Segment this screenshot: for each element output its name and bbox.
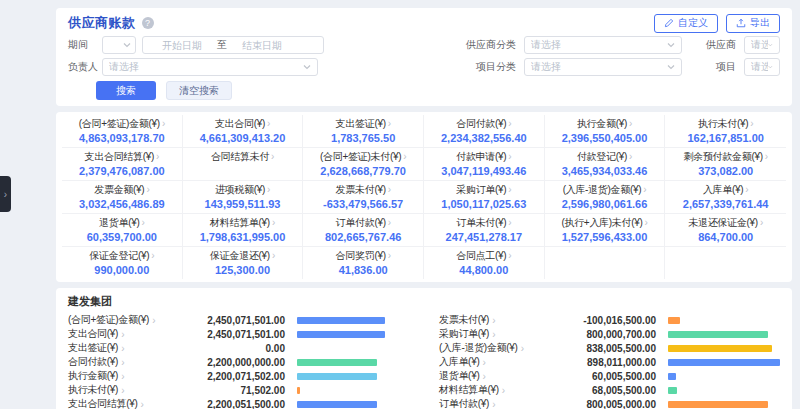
metric-bar	[668, 345, 780, 352]
title-group: 供应商账款 ?	[68, 14, 154, 32]
stat-card[interactable]: 付款登记(¥)›3,465,934,033.46	[545, 148, 666, 181]
stat-card[interactable]: (入库-退货)金额(¥)›2,596,980,061.66	[545, 181, 666, 214]
clear-search-button[interactable]: 清空搜索	[166, 81, 232, 100]
metric-bar	[668, 317, 780, 324]
stat-card[interactable]: 执行未付(¥)›162,167,851.00	[665, 115, 786, 148]
metric-row[interactable]: 材料结算单(¥)›68,005,500.00	[439, 383, 780, 397]
supplier-category-select[interactable]: 请选择	[524, 36, 682, 54]
stat-label: (入库-退货)金额(¥)›	[547, 183, 663, 197]
stat-value: 3,047,119,493.46	[426, 165, 542, 177]
stat-card[interactable]: 支出合同(¥)›4,661,309,413.20	[183, 115, 304, 148]
stat-card[interactable]: 付款申请(¥)›3,047,119,493.46	[424, 148, 545, 181]
bar-fill	[668, 331, 768, 338]
metric-row[interactable]: 退货单(¥)›60,005,500.00	[439, 369, 780, 383]
stat-card[interactable]: 订单未付(¥)›247,451,278.17	[424, 214, 545, 247]
stat-card[interactable]: (合同+签证)未付(¥)›2,628,668,779.70	[303, 148, 424, 181]
help-icon[interactable]: ?	[142, 17, 154, 29]
export-label: 导出	[750, 16, 770, 30]
stat-card[interactable]: 执行金额(¥)›2,396,550,405.00	[545, 115, 666, 148]
metric-row[interactable]: 订单付款(¥)›800,005,000.00	[439, 397, 780, 409]
metric-value: 800,000,700.00	[556, 329, 656, 340]
export-button[interactable]: 导出	[726, 14, 780, 33]
bar-fill	[668, 359, 780, 366]
date-range-input[interactable]: 至	[142, 36, 324, 54]
chevron-right-icon: ›	[162, 118, 165, 129]
group-right-column: 发票未付(¥)›-100,016,500.00采购订单(¥)›800,000,7…	[439, 313, 780, 409]
stat-card[interactable]: 保证金退还(¥)›125,300.00	[183, 247, 304, 279]
stat-card[interactable]: 材料结算单(¥)›1,798,631,995.00	[183, 214, 304, 247]
sidebar-toggle[interactable]: ›	[0, 176, 11, 212]
stat-value: 162,167,851.00	[667, 132, 784, 144]
chevron-right-icon: ›	[146, 184, 149, 195]
stat-card[interactable]: 发票未付(¥)›-633,479,566.57	[303, 181, 424, 214]
metric-row[interactable]: (合同+签证)金额(¥)›2,450,071,501.00	[68, 313, 409, 327]
stat-card[interactable]: 保证金登记(¥)›990,000.00	[62, 247, 183, 279]
chevron-right-icon: ›	[750, 118, 753, 129]
stat-card[interactable]: (合同+签证)金额(¥)›4,863,093,178.70	[62, 115, 183, 148]
stat-card[interactable]: 进项税额(¥)›143,959,511.93	[183, 181, 304, 214]
project-category-filter: 项目分类 请选择	[460, 58, 698, 76]
stat-label-text: 剩余预付款金额(¥)	[684, 151, 763, 162]
metric-row[interactable]: 发票未付(¥)›-100,016,500.00	[439, 313, 780, 327]
stat-card[interactable]: 剩余预付款金额(¥)›373,082.00	[665, 148, 786, 181]
project-category-select[interactable]: 请选择	[524, 58, 682, 76]
stat-card[interactable]: 未退还保证金(¥)›864,700.00	[665, 214, 786, 247]
stat-card[interactable]: 发票金额(¥)›3,032,456,486.89	[62, 181, 183, 214]
stat-card[interactable]: 合同点工(¥)›44,800.00	[424, 247, 545, 279]
stat-card[interactable]: 合同付款(¥)›2,234,382,556.40	[424, 115, 545, 148]
chevron-right-icon: ›	[508, 118, 511, 129]
stat-card[interactable]: 入库单(¥)›2,657,339,761.44	[665, 181, 786, 214]
project-label: 项目	[698, 60, 736, 74]
metric-row[interactable]: 执行金额(¥)›2,200,071,502.00	[68, 369, 409, 383]
start-date-input[interactable]	[149, 40, 215, 51]
stat-value: 2,596,980,061.66	[547, 198, 663, 210]
stat-label: 发票金额(¥)›	[64, 183, 180, 197]
metric-row[interactable]: 执行未付(¥)›71,502.00	[68, 383, 409, 397]
stat-card[interactable]: 退货单(¥)›60,359,700.00	[62, 214, 183, 247]
owner-label: 负责人	[68, 60, 102, 74]
stat-card[interactable]: 合同奖罚(¥)›41,836.00	[303, 247, 424, 279]
stat-label: 未退还保证金(¥)›	[667, 216, 784, 230]
metric-row[interactable]: (入库-退货)金额(¥)›838,005,500.00	[439, 341, 780, 355]
stat-label: 材料结算单(¥)›	[185, 216, 301, 230]
chevron-right-icon: ›	[141, 399, 144, 409]
end-date-input[interactable]	[229, 40, 295, 51]
metric-value: -100,016,500.00	[556, 315, 656, 326]
stat-value: 2,628,668,779.70	[305, 165, 421, 177]
metric-row[interactable]: 合同付款(¥)›2,200,000,000.00	[68, 355, 409, 369]
stat-label-text: 保证金登记(¥)	[89, 250, 149, 261]
period-type-select[interactable]	[102, 36, 136, 54]
export-icon	[736, 18, 746, 28]
project-select[interactable]: 请选择	[744, 58, 780, 76]
search-button[interactable]: 搜索	[96, 81, 156, 100]
group-columns: (合同+签证)金额(¥)›2,450,071,501.00支出合同(¥)›2,4…	[68, 313, 780, 409]
filter-buttons: 搜索 清空搜索	[96, 81, 780, 100]
supplier-select[interactable]: 请选择	[744, 36, 780, 54]
stat-card[interactable]: 支出签证(¥)›1,783,765.50	[303, 115, 424, 148]
metric-row[interactable]: 支出签证(¥)›0.00	[68, 341, 409, 355]
metric-label: 支出合同(¥)	[68, 327, 118, 341]
stat-card[interactable]: 合同结算未付›	[183, 148, 304, 181]
supplier-category-placeholder: 请选择	[531, 38, 561, 52]
bar-fill	[297, 317, 385, 324]
metric-row[interactable]: 支出合同(¥)›2,450,071,501.00	[68, 327, 409, 341]
metric-row[interactable]: 采购订单(¥)›800,000,700.00	[439, 327, 780, 341]
stat-label-text: 保证金退还(¥)	[210, 250, 270, 261]
supplier-category-label: 供应商分类	[460, 38, 516, 52]
stat-label: 采购订单(¥)›	[426, 183, 542, 197]
metric-row[interactable]: 入库单(¥)›898,011,000.00	[439, 355, 780, 369]
stat-card[interactable]: 订单付款(¥)›802,665,767.46	[303, 214, 424, 247]
metric-row[interactable]: 支出合同结算(¥)›2,200,051,500.00	[68, 397, 409, 409]
chevron-right-icon: ›	[482, 357, 485, 368]
stat-card[interactable]: (执行+入库)未付(¥)›1,527,596,433.00	[545, 214, 666, 247]
caret-down-icon	[667, 64, 675, 70]
stat-card[interactable]: 支出合同结算(¥)›2,379,476,087.00	[62, 148, 183, 181]
owner-select[interactable]: 请选择	[102, 58, 318, 76]
stat-value: 44,800.00	[426, 264, 542, 276]
stat-card[interactable]: 采购订单(¥)›1,050,117,025.63	[424, 181, 545, 214]
customize-button[interactable]: 自定义	[654, 14, 718, 33]
metric-value: 2,200,051,500.00	[185, 399, 285, 409]
project-category-placeholder: 请选择	[531, 60, 561, 74]
stat-value: 1,798,631,995.00	[185, 231, 301, 243]
metric-bar	[297, 331, 409, 338]
